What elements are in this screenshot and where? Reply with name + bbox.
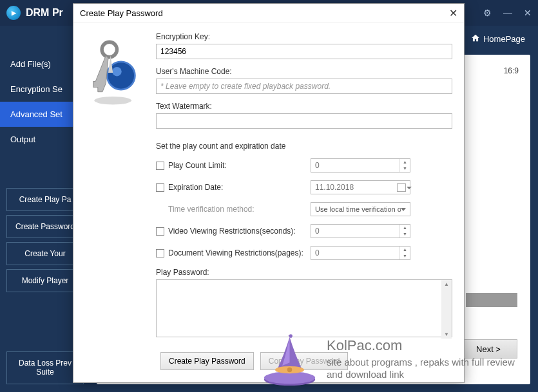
close-icon[interactable]: ✕ xyxy=(524,8,532,18)
expiration-date-picker[interactable]: 11.10.2018 xyxy=(311,180,410,194)
svg-point-4 xyxy=(112,67,121,76)
spinner-down-icon[interactable]: ▼ xyxy=(400,165,410,172)
expiration-value: 11.10.2018 xyxy=(315,183,354,192)
doc-restrict-stepper[interactable]: 0 ▲▼ xyxy=(311,246,410,260)
next-button[interactable]: Next > xyxy=(459,339,517,359)
doc-restrict-value: 0 xyxy=(311,248,399,257)
encryption-key-input[interactable] xyxy=(156,44,452,59)
progress-placeholder xyxy=(466,293,517,307)
section-label: Set the play count and expiration date xyxy=(156,142,452,151)
dialog-form: Encryption Key: User's Machine Code: Tex… xyxy=(156,31,452,339)
home-icon xyxy=(471,33,480,44)
spinner-up-icon[interactable]: ▲ xyxy=(400,225,410,231)
dialog-footer: Create Play Password Copy Play Password xyxy=(73,352,464,370)
play-password-label: Play Password: xyxy=(156,268,452,277)
settings-icon[interactable]: ⚙ xyxy=(483,8,492,18)
watermark-input[interactable] xyxy=(156,113,452,129)
video-restrict-value: 0 xyxy=(311,227,399,236)
encryption-key-label: Encryption Key: xyxy=(156,32,452,41)
dialog-title: Create Play Password xyxy=(80,8,163,18)
spinner-down-icon[interactable]: ▼ xyxy=(400,231,410,238)
data-loss-prev-button[interactable]: Data Loss Prev Suite xyxy=(6,351,84,384)
play-count-stepper[interactable]: 0 ▲▼ xyxy=(311,158,410,173)
expiration-label: Expiration Date: xyxy=(168,183,223,192)
dialog-titlebar: Create Play Password ✕ xyxy=(73,4,464,23)
calendar-icon xyxy=(397,183,406,192)
time-method-dropdown[interactable]: Use local time verification only xyxy=(311,202,410,216)
app-title-text: DRM Pr xyxy=(26,7,63,19)
machine-code-label: User's Machine Code: xyxy=(156,67,452,76)
watermark-label: Text Watermark: xyxy=(156,102,452,111)
keys-icon xyxy=(85,31,149,339)
video-restrict-label: Video Viewing Restrictions(seconds): xyxy=(168,227,296,236)
copy-play-password-button[interactable]: Copy Play Password xyxy=(260,352,349,370)
spinner-down-icon[interactable]: ▼ xyxy=(400,253,410,259)
svg-point-0 xyxy=(94,97,131,105)
chevron-down-icon xyxy=(401,208,406,211)
play-count-label: Play Count Limit: xyxy=(168,161,227,170)
machine-code-input[interactable] xyxy=(156,79,452,94)
svg-point-1 xyxy=(102,42,117,57)
window-controls: ⚙ ― ✕ xyxy=(483,8,532,18)
spinner-up-icon[interactable]: ▲ xyxy=(400,159,410,165)
spinner-up-icon[interactable]: ▲ xyxy=(400,247,410,253)
time-method-label: Time verification method: xyxy=(168,205,255,214)
app-title: DRM Pr xyxy=(6,6,63,20)
create-play-password-button[interactable]: Create Play Password xyxy=(160,352,254,370)
homepage-label: HomePage xyxy=(483,34,525,44)
expiration-checkbox[interactable] xyxy=(156,183,164,192)
create-password-button[interactable]: Create Password xyxy=(6,215,84,238)
time-method-value: Use local time verification only xyxy=(315,205,401,213)
doc-restrict-label: Document Viewing Restrictions(pages): xyxy=(168,248,303,257)
create-play-password-dialog: Create Play Password ✕ Encryption Key: U… xyxy=(73,3,465,383)
doc-restrict-checkbox[interactable] xyxy=(156,249,164,257)
create-play-pa-button[interactable]: Create Play Pa xyxy=(6,188,84,211)
dialog-close-icon[interactable]: ✕ xyxy=(449,7,457,19)
app-logo-icon xyxy=(6,6,21,20)
aspect-hint: 16:9 xyxy=(504,66,519,75)
minimize-icon[interactable]: ― xyxy=(503,8,512,18)
textarea-scrollbar[interactable]: ▲▼ xyxy=(441,280,452,339)
create-your-button[interactable]: Create Your xyxy=(6,242,84,265)
homepage-link[interactable]: HomePage xyxy=(471,33,525,44)
modify-player-button[interactable]: Modify Player xyxy=(6,269,84,292)
play-count-checkbox[interactable] xyxy=(156,162,164,170)
play-password-textarea[interactable] xyxy=(156,279,452,337)
play-count-value: 0 xyxy=(311,161,399,170)
video-restrict-checkbox[interactable] xyxy=(156,227,164,236)
video-restrict-stepper[interactable]: 0 ▲▼ xyxy=(311,224,410,238)
